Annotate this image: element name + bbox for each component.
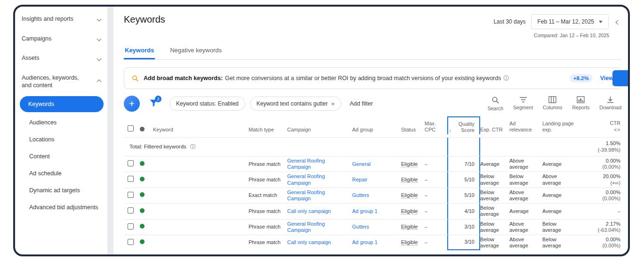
ad-relevance-cell: Above average	[509, 188, 542, 203]
sidebar-section-insights[interactable]: Insights and reports	[15, 9, 107, 29]
date-range-picker[interactable]: Feb 11 – Mar 12, 2025	[531, 14, 609, 29]
col-match-type[interactable]: Match type	[249, 125, 287, 134]
ctr-value: 1.50%	[578, 140, 620, 147]
tab-negative-keywords[interactable]: Negative keywords	[169, 42, 223, 59]
sidebar-item-content[interactable]: Content	[15, 148, 107, 165]
sidebar-section-audiences-keywords-content[interactable]: Audiences, keywords, and content	[15, 68, 107, 95]
col-ad-relevance[interactable]: Ad relevance	[509, 119, 542, 134]
quality-score-header-label: Quality Score	[454, 121, 475, 133]
col-ctr[interactable]: CTR <>	[578, 119, 621, 134]
row-checkbox[interactable]	[128, 192, 134, 198]
filter-chip-keyword-text[interactable]: Keyword text contains gutter ×	[250, 97, 341, 111]
view-link[interactable]: View	[600, 75, 613, 82]
row-checkbox[interactable]	[128, 239, 134, 245]
sort-desc-icon: ↓	[449, 127, 452, 133]
compared-range-text: Compared: Jan 12 – Feb 10, 2025	[534, 33, 609, 38]
add-keyword-button[interactable]: +	[124, 96, 140, 112]
sidebar-item-audiences[interactable]: Audiences	[15, 114, 107, 131]
status-cell[interactable]: Eligible	[401, 161, 418, 167]
sidebar-item-advanced-bid-adjustments[interactable]: Advanced bid adjustments	[15, 199, 107, 216]
search-icon	[491, 96, 499, 104]
download-icon	[606, 96, 614, 103]
sidebar-item-dynamic-ad-targets[interactable]: Dynamic ad targets	[15, 182, 107, 199]
exp-ctr-cell: Below average	[480, 172, 509, 187]
collapse-panel-button[interactable]	[614, 16, 621, 28]
max-cpc-cell: –	[425, 160, 447, 169]
exp-ctr-cell: Below average	[480, 204, 509, 219]
ctr-cell: 0.00% (0.00%)	[578, 156, 621, 172]
campaign-link[interactable]: General Roofing Campaign	[287, 188, 352, 203]
keyword-cell	[153, 194, 249, 197]
status-cell[interactable]: Eligible	[401, 224, 418, 230]
col-ad-group[interactable]: Ad group	[352, 125, 401, 134]
tab-keywords[interactable]: Keywords	[124, 42, 155, 59]
status-cell[interactable]: Eligible	[401, 192, 418, 198]
col-exp-ctr[interactable]: Exp. CTR	[480, 125, 509, 134]
row-checkbox[interactable]	[128, 176, 134, 182]
banner-title: Add broad match keywords:	[144, 75, 223, 82]
sidebar-item-locations[interactable]: Locations	[15, 131, 107, 148]
close-icon[interactable]: ×	[331, 101, 335, 107]
max-cpc-cell: –	[425, 238, 447, 247]
action-label: Reports	[572, 105, 590, 110]
ctr-delta: (0.00%)	[578, 164, 620, 170]
col-keyword[interactable]: Keyword	[153, 125, 249, 134]
info-icon: ⓘ	[503, 74, 509, 82]
ctr-cell: 0.00% (0.00%)	[578, 235, 621, 250]
campaign-link[interactable]: General Roofing Campaign	[287, 220, 352, 235]
action-label: Download	[599, 105, 621, 110]
segment-button[interactable]: Segment	[513, 96, 533, 111]
reports-button[interactable]: Reports	[572, 96, 590, 111]
col-landing-page-exp[interactable]: Landing page exp.	[542, 119, 578, 134]
keyword-cell	[153, 226, 249, 229]
ad-relevance-cell: Below average	[509, 172, 542, 187]
col-quality-score[interactable]: ↓ Quality Score	[447, 116, 480, 134]
page-header: Keywords Last 30 days Feb 11 – Mar 12, 2…	[124, 7, 621, 38]
apply-button-clipped[interactable]	[612, 70, 630, 86]
campaign-link[interactable]: General Roofing Campaign	[287, 156, 352, 172]
sidebar-item-ad-schedule[interactable]: Ad schedule	[15, 165, 107, 182]
filter-button[interactable]: 2	[149, 99, 158, 109]
action-label: Columns	[543, 105, 562, 110]
search-suggestion-icon	[132, 75, 139, 82]
col-status[interactable]: Status	[401, 125, 425, 134]
exp-ctr-cell: Below average	[480, 235, 509, 250]
search-button[interactable]: Search	[488, 96, 503, 111]
status-cell[interactable]: Eligible	[401, 239, 418, 246]
col-max-cpc[interactable]: Max. CPC	[425, 119, 447, 134]
status-cell[interactable]: Eligible	[401, 208, 418, 214]
sidebar-section-assets[interactable]: Assets	[15, 49, 107, 68]
ad-group-link[interactable]: Ad group 1	[352, 207, 401, 216]
row-checkbox[interactable]	[128, 207, 134, 213]
sidebar-item-keywords[interactable]: Keywords	[20, 96, 104, 112]
ctr-value: 0.00%	[578, 158, 620, 164]
add-filter-button[interactable]: Add filter	[350, 100, 373, 107]
ad-group-link[interactable]: Gutters	[352, 191, 401, 200]
status-cell[interactable]: Eligible	[401, 177, 418, 183]
ad-group-link[interactable]: Repair	[352, 175, 401, 184]
ad-group-link[interactable]: Gutters	[352, 222, 401, 231]
campaign-link[interactable]: Call only campaign	[287, 207, 352, 216]
exp-ctr-cell: Average	[480, 160, 509, 169]
campaign-link[interactable]: General Roofing Campaign	[287, 172, 352, 187]
ad-group-link[interactable]: Ad group 1	[352, 238, 401, 247]
ad-group-link[interactable]: General	[352, 160, 401, 169]
page-title: Keywords	[124, 14, 165, 25]
sidebar-section-label: Campaigns	[22, 35, 51, 43]
campaign-link[interactable]: Call only campaign	[287, 238, 352, 247]
landing-page-cell: Average	[542, 191, 578, 200]
landing-page-cell: Average	[542, 160, 578, 169]
select-all-checkbox[interactable]	[128, 125, 134, 131]
ctr-value: –	[578, 208, 620, 214]
match-type-cell: Phrase match	[249, 238, 287, 247]
col-campaign[interactable]: Campaign	[287, 125, 352, 134]
filter-chip-status[interactable]: Keyword status: Enabled	[169, 97, 245, 111]
sidebar-section-campaigns[interactable]: Campaigns	[15, 29, 107, 49]
columns-button[interactable]: Columns	[543, 96, 562, 111]
download-button[interactable]: Download	[599, 96, 621, 111]
match-type-cell: Exact match	[249, 191, 287, 200]
row-checkbox[interactable]	[128, 160, 134, 166]
date-range-value: Feb 11 – Mar 12, 2025	[537, 18, 594, 25]
table-row: Phrase match General Roofing Campaign Ge…	[124, 156, 621, 172]
row-checkbox[interactable]	[128, 223, 134, 229]
